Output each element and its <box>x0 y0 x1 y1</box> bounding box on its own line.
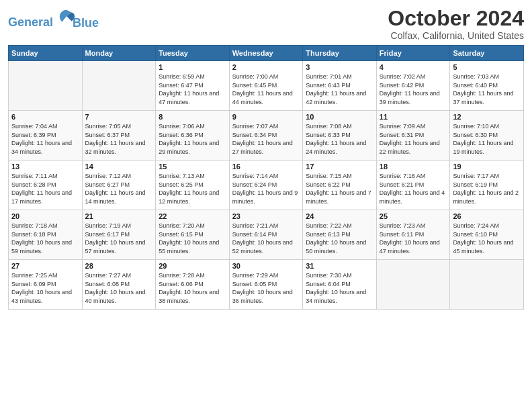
day-info: Sunrise: 7:21 AMSunset: 6:14 PMDaylight:… <box>232 222 300 255</box>
day-info: Sunrise: 7:25 AMSunset: 6:09 PMDaylight:… <box>11 271 79 305</box>
day-number: 10 <box>306 113 373 121</box>
day-number: 25 <box>380 212 447 220</box>
calendar-week: 1Sunrise: 6:59 AMSunset: 6:47 PMDaylight… <box>9 61 524 111</box>
day-number: 12 <box>453 113 521 121</box>
day-info: Sunrise: 7:01 AMSunset: 6:43 PMDaylight:… <box>306 73 373 106</box>
day-info: Sunrise: 7:14 AMSunset: 6:24 PMDaylight:… <box>232 172 300 205</box>
calendar-cell: 17Sunrise: 7:15 AMSunset: 6:22 PMDayligh… <box>303 161 377 210</box>
day-number: 3 <box>306 63 373 71</box>
month-title: October 2024 <box>388 7 524 30</box>
calendar-cell <box>9 61 83 111</box>
calendar-week: 20Sunrise: 7:18 AMSunset: 6:18 PMDayligh… <box>9 210 524 260</box>
calendar-cell <box>450 260 524 310</box>
location-subtitle: Colfax, California, United States <box>388 30 524 41</box>
header-day: Tuesday <box>156 46 230 61</box>
day-number: 11 <box>380 113 447 121</box>
calendar-cell: 22Sunrise: 7:20 AMSunset: 6:15 PMDayligh… <box>156 210 230 260</box>
calendar-cell <box>82 61 156 111</box>
day-info: Sunrise: 7:08 AMSunset: 6:33 PMDaylight:… <box>306 122 373 156</box>
calendar-cell: 6Sunrise: 7:04 AMSunset: 6:39 PMDaylight… <box>9 111 83 161</box>
day-info: Sunrise: 7:07 AMSunset: 6:34 PMDaylight:… <box>232 122 300 156</box>
day-info: Sunrise: 7:19 AMSunset: 6:17 PMDaylight:… <box>85 222 153 255</box>
calendar-cell: 21Sunrise: 7:19 AMSunset: 6:17 PMDayligh… <box>82 210 156 260</box>
calendar-cell: 20Sunrise: 7:18 AMSunset: 6:18 PMDayligh… <box>9 210 83 260</box>
day-number: 29 <box>159 262 226 270</box>
calendar-cell <box>376 260 450 310</box>
day-number: 15 <box>159 163 226 171</box>
day-number: 1 <box>159 63 226 71</box>
calendar-week: 6Sunrise: 7:04 AMSunset: 6:39 PMDaylight… <box>9 111 524 161</box>
header-day: Friday <box>376 46 450 61</box>
day-number: 4 <box>380 63 447 71</box>
calendar-cell: 26Sunrise: 7:24 AMSunset: 6:10 PMDayligh… <box>450 210 524 260</box>
day-number: 8 <box>159 113 226 121</box>
calendar-cell: 11Sunrise: 7:09 AMSunset: 6:31 PMDayligh… <box>376 111 450 161</box>
header-day: Sunday <box>9 46 83 61</box>
calendar-cell: 8Sunrise: 7:06 AMSunset: 6:36 PMDaylight… <box>156 111 230 161</box>
day-number: 17 <box>306 163 373 171</box>
calendar-cell: 30Sunrise: 7:29 AMSunset: 6:05 PMDayligh… <box>229 260 303 310</box>
page-container: General Blue October 2024 Colfax, Califo… <box>0 0 532 315</box>
title-block: October 2024 Colfax, California, United … <box>388 7 524 41</box>
day-info: Sunrise: 7:00 AMSunset: 6:45 PMDaylight:… <box>232 73 300 106</box>
day-info: Sunrise: 7:29 AMSunset: 6:05 PMDaylight:… <box>232 271 300 305</box>
header-day: Thursday <box>303 46 377 61</box>
day-number: 26 <box>453 212 521 220</box>
day-info: Sunrise: 7:03 AMSunset: 6:40 PMDaylight:… <box>453 73 521 106</box>
day-number: 31 <box>306 262 373 270</box>
day-number: 20 <box>11 212 79 220</box>
day-info: Sunrise: 7:09 AMSunset: 6:31 PMDaylight:… <box>380 122 447 156</box>
day-number: 22 <box>159 212 226 220</box>
day-info: Sunrise: 7:24 AMSunset: 6:10 PMDaylight:… <box>453 222 521 255</box>
logo-blue: Blue <box>73 16 99 30</box>
day-info: Sunrise: 7:27 AMSunset: 6:08 PMDaylight:… <box>85 271 153 305</box>
header-day: Wednesday <box>229 46 303 61</box>
day-number: 27 <box>11 262 79 270</box>
day-info: Sunrise: 7:11 AMSunset: 6:28 PMDaylight:… <box>11 172 79 205</box>
day-number: 28 <box>85 262 153 270</box>
day-number: 9 <box>232 113 300 121</box>
calendar-cell: 3Sunrise: 7:01 AMSunset: 6:43 PMDaylight… <box>303 61 377 111</box>
calendar-cell: 4Sunrise: 7:02 AMSunset: 6:42 PMDaylight… <box>376 61 450 111</box>
day-info: Sunrise: 7:23 AMSunset: 6:11 PMDaylight:… <box>380 222 447 255</box>
calendar-cell: 31Sunrise: 7:30 AMSunset: 6:04 PMDayligh… <box>303 260 377 310</box>
day-info: Sunrise: 6:59 AMSunset: 6:47 PMDaylight:… <box>159 73 226 106</box>
logo: General Blue <box>8 7 99 30</box>
day-number: 30 <box>232 262 300 270</box>
day-info: Sunrise: 7:04 AMSunset: 6:39 PMDaylight:… <box>11 122 79 156</box>
day-number: 14 <box>85 163 153 171</box>
calendar-week: 13Sunrise: 7:11 AMSunset: 6:28 PMDayligh… <box>9 161 524 210</box>
day-number: 2 <box>232 63 300 71</box>
calendar-cell: 27Sunrise: 7:25 AMSunset: 6:09 PMDayligh… <box>9 260 83 310</box>
calendar-cell: 14Sunrise: 7:12 AMSunset: 6:27 PMDayligh… <box>82 161 156 210</box>
calendar-cell: 23Sunrise: 7:21 AMSunset: 6:14 PMDayligh… <box>229 210 303 260</box>
day-info: Sunrise: 7:17 AMSunset: 6:19 PMDaylight:… <box>453 172 521 205</box>
day-number: 16 <box>232 163 300 171</box>
calendar-cell: 15Sunrise: 7:13 AMSunset: 6:25 PMDayligh… <box>156 161 230 210</box>
day-number: 5 <box>453 63 521 71</box>
day-number: 7 <box>85 113 153 121</box>
page-header: General Blue October 2024 Colfax, Califo… <box>8 7 524 41</box>
calendar-cell: 16Sunrise: 7:14 AMSunset: 6:24 PMDayligh… <box>229 161 303 210</box>
calendar-cell: 2Sunrise: 7:00 AMSunset: 6:45 PMDaylight… <box>229 61 303 111</box>
day-info: Sunrise: 7:20 AMSunset: 6:15 PMDaylight:… <box>159 222 226 255</box>
header-day: Monday <box>82 46 156 61</box>
logo-text: General <box>8 7 77 30</box>
header-row: SundayMondayTuesdayWednesdayThursdayFrid… <box>9 46 524 61</box>
calendar-cell: 1Sunrise: 6:59 AMSunset: 6:47 PMDaylight… <box>156 61 230 111</box>
day-info: Sunrise: 7:15 AMSunset: 6:22 PMDaylight:… <box>306 172 373 205</box>
calendar-cell: 9Sunrise: 7:07 AMSunset: 6:34 PMDaylight… <box>229 111 303 161</box>
day-info: Sunrise: 7:12 AMSunset: 6:27 PMDaylight:… <box>85 172 153 205</box>
day-number: 23 <box>232 212 300 220</box>
calendar-cell: 12Sunrise: 7:10 AMSunset: 6:30 PMDayligh… <box>450 111 524 161</box>
day-number: 18 <box>380 163 447 171</box>
calendar-cell: 25Sunrise: 7:23 AMSunset: 6:11 PMDayligh… <box>376 210 450 260</box>
day-info: Sunrise: 7:30 AMSunset: 6:04 PMDaylight:… <box>306 271 373 305</box>
day-number: 19 <box>453 163 521 171</box>
calendar-table: SundayMondayTuesdayWednesdayThursdayFrid… <box>8 45 524 310</box>
day-info: Sunrise: 7:22 AMSunset: 6:13 PMDaylight:… <box>306 222 373 255</box>
day-info: Sunrise: 7:13 AMSunset: 6:25 PMDaylight:… <box>159 172 226 205</box>
day-info: Sunrise: 7:28 AMSunset: 6:06 PMDaylight:… <box>159 271 226 305</box>
day-number: 24 <box>306 212 373 220</box>
day-info: Sunrise: 7:02 AMSunset: 6:42 PMDaylight:… <box>380 73 447 106</box>
